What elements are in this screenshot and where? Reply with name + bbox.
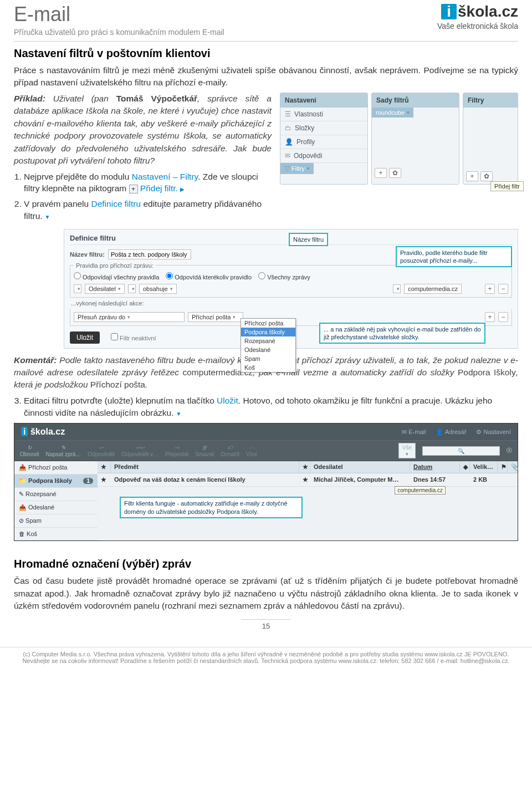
- callout-rule: Pravidlo, podle kterého bude filtr posuz…: [396, 246, 512, 268]
- folder-icon: 🗀: [285, 124, 291, 132]
- plus-icon: +: [129, 185, 138, 193]
- filterset-gear-button[interactable]: ✿: [389, 168, 401, 178]
- dd-item-selected[interactable]: Podpora Iškoly: [241, 328, 295, 336]
- example-text: Příklad: Uživatel (pan Tomáš Výpočetkář,…: [14, 93, 272, 167]
- rule-remove-button[interactable]: −: [498, 284, 508, 294]
- col-subject[interactable]: Předmět: [111, 461, 299, 473]
- tool-napsat[interactable]: ✎Napsat zprá…: [45, 445, 81, 457]
- replyall-icon: ↩↩: [136, 445, 145, 451]
- folder-trash[interactable]: 🗑 Koš: [14, 528, 98, 540]
- tool-vice[interactable]: ⋯Více: [246, 445, 257, 457]
- step-2: V pravém panelu Definice filtru editujte…: [24, 198, 272, 222]
- logo-text: škola.cz: [458, 3, 518, 21]
- dd-item[interactable]: Příchozí pošta: [241, 319, 295, 328]
- folder-inbox[interactable]: 📥 Příchozí pošta: [14, 461, 98, 475]
- reply-icon: ↩: [99, 445, 104, 451]
- filterset-roundcube[interactable]: roundcube: [372, 108, 413, 118]
- col-header-sady: Sady filtrů: [372, 93, 459, 108]
- callout-name: Název filtru: [289, 233, 328, 246]
- dd-item[interactable]: Spam: [241, 354, 295, 363]
- col-star2[interactable]: ★: [299, 461, 310, 473]
- rule-value-input[interactable]: computermedia.cz: [404, 284, 462, 294]
- callout-filter-working: Filtr klienta funguje - automaticky zatř…: [120, 497, 303, 518]
- brand-logo: i škola.cz: [437, 3, 518, 21]
- rule-val-icon[interactable]: [393, 284, 401, 293]
- doc-header: E-mail Příručka uživatelů pro práci s ko…: [14, 3, 518, 42]
- action-remove-button[interactable]: −: [498, 312, 508, 322]
- radio-all[interactable]: Odpovídají všechny pravidla: [74, 272, 159, 280]
- folder-sent[interactable]: 📤 Odeslané: [14, 501, 98, 514]
- nav-item-odpovedi[interactable]: ✉Odpovědi: [280, 149, 367, 163]
- tool-oznacit[interactable]: 🏷Označit: [221, 445, 239, 457]
- dd-item[interactable]: Rozepsané: [241, 336, 295, 345]
- section-bulk-text: Čas od času budete jistě provádět hromad…: [14, 575, 518, 612]
- tool-smazat[interactable]: 🗑Smazat: [195, 445, 214, 457]
- add-filter-button[interactable]: +: [466, 171, 478, 181]
- tooltip-pridej-filtr: Přidej filtr: [490, 181, 524, 191]
- rule-field-select[interactable]: Odesilatel: [85, 284, 125, 294]
- nav-item-filtry[interactable]: ▽Filtry: [280, 163, 314, 174]
- user-icon: 👤: [285, 138, 293, 146]
- inactive-checkbox[interactable]: Filtr neaktivní: [111, 333, 156, 341]
- tool-odpovedet[interactable]: ↩Odpovědět: [88, 445, 115, 457]
- rule-op-icon[interactable]: [128, 284, 136, 293]
- link-ulozit: Uložit: [217, 396, 238, 405]
- col-sort[interactable]: ◆: [460, 461, 470, 473]
- mail-row[interactable]: ★ Odpověď na váš dotaz k cenám licencí I…: [98, 473, 518, 487]
- link-nastaveni-filtry: Nastavení – Filtry: [132, 172, 198, 181]
- settings-columns-screenshot: Nastavení ☰Vlastnosti 🗀Složky 👤Profily ✉…: [280, 93, 518, 185]
- nav-nastaveni[interactable]: ⚙ Nastavení: [476, 428, 511, 436]
- rule-op-select[interactable]: obsahuje: [139, 284, 177, 294]
- tool-preposlat[interactable]: ↪Přeposlat: [165, 445, 188, 457]
- col-from[interactable]: Odesilatel: [310, 461, 410, 473]
- tool-odpovedetv[interactable]: ↩↩Odpovědět v…: [121, 445, 158, 457]
- add-filterset-button[interactable]: +: [375, 168, 387, 178]
- filter-scope-select[interactable]: Vše: [398, 443, 416, 458]
- radio-any[interactable]: Odpovídá kterékoliv pravidlo: [166, 272, 252, 280]
- nav-item-profily[interactable]: 👤Profily: [280, 135, 367, 149]
- compose-icon: ✎: [61, 445, 65, 451]
- col-att[interactable]: 📎: [508, 461, 518, 473]
- trash-icon: 🗑: [202, 445, 207, 451]
- rules-legend: Pravidla pro příchozí zprávu:: [74, 262, 156, 269]
- folder-podpora[interactable]: 📁 Podpora Iškoly1: [14, 475, 98, 488]
- filter-name-input[interactable]: [108, 249, 191, 259]
- forward-icon: ↪: [175, 445, 179, 451]
- nav-adresar[interactable]: 👤 Adresář: [436, 428, 466, 436]
- mail-client-screenshot: i škola.cz ✉ E-mail 👤 Adresář ⚙ Nastaven…: [14, 423, 518, 541]
- folder-dropdown[interactable]: Příchozí pošta Podpora Iškoly Rozepsané …: [241, 318, 296, 373]
- tag-icon: 🏷: [227, 445, 233, 451]
- save-button[interactable]: Uložit: [70, 331, 100, 344]
- filter-definition-screenshot: Definice filtru Název filtru: Pravidla p…: [64, 229, 518, 349]
- doc-subtitle: Příručka uživatelů pro práci s komunikač…: [14, 28, 224, 37]
- brand-tagline: Vaše elektronická škola: [437, 22, 518, 30]
- more-icon: ⋯: [249, 445, 254, 451]
- col-flag[interactable]: ⚑: [498, 461, 508, 473]
- action-do-select[interactable]: Přesuň zprávu do: [74, 312, 185, 322]
- action-add-button[interactable]: +: [485, 312, 495, 322]
- filter-gear-button[interactable]: ✿: [480, 171, 493, 181]
- dd-item[interactable]: Odeslané: [241, 345, 295, 354]
- col-header-nastaveni: Nastavení: [280, 93, 367, 108]
- col-size[interactable]: Velik…: [470, 461, 498, 473]
- list-icon: ☰: [285, 110, 291, 118]
- col-date[interactable]: Datum: [410, 461, 460, 473]
- nav-email[interactable]: ✉ E-mail: [402, 428, 426, 436]
- nav-item-slozky[interactable]: 🗀Složky: [280, 121, 367, 135]
- action-target-select[interactable]: Příchozí pošta: [188, 312, 243, 322]
- nav-item-vlastnosti[interactable]: ☰Vlastnosti: [280, 108, 367, 121]
- rule-add-button[interactable]: +: [485, 284, 495, 294]
- radio-allmsg[interactable]: Všechny zprávy: [258, 272, 310, 280]
- search-input[interactable]: 🔍: [422, 446, 500, 456]
- section-title-filters: Nastavení filtrů v poštovním klientovi: [14, 47, 518, 60]
- actions-legend: ...vykonej následující akce:: [71, 300, 511, 307]
- label-name: Název filtru:: [70, 251, 105, 258]
- dd-item[interactable]: Koš: [241, 363, 295, 372]
- search-clear-icon[interactable]: ⓧ: [507, 447, 512, 455]
- rule-pre-icon[interactable]: [74, 284, 81, 293]
- folder-drafts[interactable]: ✎ Rozepsané: [14, 488, 98, 501]
- folder-spam[interactable]: ⊘ Spam: [14, 514, 98, 528]
- refresh-icon: ↻: [27, 445, 32, 451]
- tool-obnovit[interactable]: ↻Obnovit: [20, 445, 39, 457]
- col-star[interactable]: ★: [98, 461, 111, 473]
